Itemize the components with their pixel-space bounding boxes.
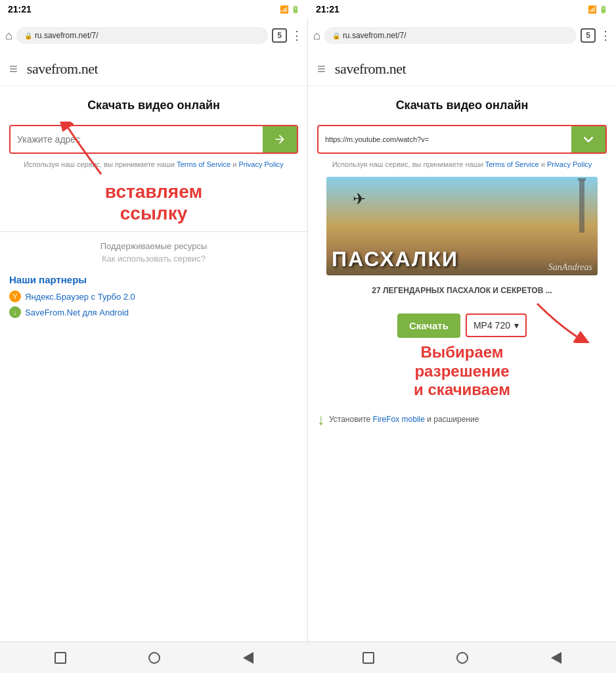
left-terms-of-service-link[interactable]: Terms of Service xyxy=(177,160,231,168)
url-text-left: ru.savefrom.net/7/ xyxy=(35,31,99,40)
install-text: Установите FireFox mobile и расширение xyxy=(329,414,479,425)
home-icon-right[interactable]: ⌂ xyxy=(313,29,320,43)
status-bar-left: 21:21 📶 🔋 xyxy=(0,0,308,18)
right-privacy-policy-link[interactable]: Privacy Policy xyxy=(547,160,592,168)
time-right: 21:21 xyxy=(316,4,340,14)
nav-circle-left[interactable] xyxy=(147,651,162,665)
nav-circle-right[interactable] xyxy=(455,651,470,665)
right-annotation-line3: и скачиваем xyxy=(317,381,607,400)
site-logo-right: savefrom.net xyxy=(335,60,406,78)
hamburger-icon-right[interactable]: ≡ xyxy=(317,62,326,76)
nav-bar-left xyxy=(0,642,308,673)
left-go-button[interactable] xyxy=(263,126,297,152)
nav-back-left[interactable] xyxy=(241,651,255,665)
status-bar-right: 21:21 📶 🔋 xyxy=(308,0,616,18)
left-site-header: ≡ savefrom.net xyxy=(0,53,307,86)
menu-icon-left[interactable]: ⋮ xyxy=(291,28,302,43)
left-partners-section: Наши партнеры Y Яндекс.Браузер с Турбо 2… xyxy=(0,269,307,318)
tab-count-right[interactable]: 5 xyxy=(581,28,596,43)
browser-chrome-right: ⌂ 🔒 ru.savefrom.net/7/ 5 ⋮ xyxy=(308,18,616,53)
left-annotation-area: вставляем ссылку xyxy=(9,181,298,225)
left-red-arrow xyxy=(42,122,160,181)
home-icon-left[interactable]: ⌂ xyxy=(5,29,12,43)
firefox-mobile-link[interactable]: FireFox mobile xyxy=(373,415,425,424)
hamburger-icon-left[interactable]: ≡ xyxy=(9,62,18,76)
right-terms-text: Используя наш сервис, вы принимаете наши… xyxy=(317,159,607,170)
wifi-icon-right: 🔋 xyxy=(599,5,608,14)
left-panel: ≡ savefrom.net Скачать видео онлайн Испо… xyxy=(0,53,308,641)
time-left: 21:21 xyxy=(8,4,32,14)
lock-icon-left: 🔒 xyxy=(24,32,32,39)
nav-back-right[interactable] xyxy=(549,651,563,665)
site-logo-left: savefrom.net xyxy=(27,60,98,78)
partner2-icon: ↓ xyxy=(9,306,21,318)
signal-icon-left: 📶 xyxy=(280,5,289,14)
wifi-icon-left: 🔋 xyxy=(291,5,300,14)
right-panel: ≡ savefrom.net Скачать видео онлайн Испо… xyxy=(308,53,616,641)
nav-square-left[interactable] xyxy=(53,651,68,665)
menu-icon-right[interactable]: ⋮ xyxy=(600,28,611,43)
left-privacy-policy-link[interactable]: Privacy Policy xyxy=(238,160,283,168)
nav-bar-right xyxy=(308,642,616,673)
right-red-arrow xyxy=(517,297,596,343)
right-bottom-content: ↓ Установите FireFox mobile и расширение xyxy=(308,400,616,434)
left-page-content: Скачать видео онлайн Используя наш серви… xyxy=(0,86,307,231)
nav-square-right[interactable] xyxy=(361,651,376,665)
tab-count-left[interactable]: 5 xyxy=(272,28,287,43)
right-terms-of-service-link[interactable]: Terms of Service xyxy=(485,160,539,168)
supported-resources-link[interactable]: Поддерживаемые ресурсы xyxy=(0,241,307,251)
how-to-use-link[interactable]: Как использовать сервис? xyxy=(0,254,307,264)
nav-bar xyxy=(0,641,616,673)
savefrom-logo-icon: ↓ xyxy=(317,410,325,429)
format-label: MP4 720 xyxy=(473,320,510,331)
partner1-icon: Y xyxy=(9,290,21,302)
partners-title: Наши партнеры xyxy=(9,274,298,285)
right-annotation-container: Выбираем разрешение и скачиваем xyxy=(308,343,616,400)
plane-icon: ✈ xyxy=(353,190,366,208)
right-go-button[interactable] xyxy=(571,126,605,152)
address-bar-left[interactable]: 🔒 ru.savefrom.net/7/ xyxy=(16,27,268,44)
video-title-overlay: ПАСХАЛКИ xyxy=(332,247,592,271)
left-page-title: Скачать видео онлайн xyxy=(9,98,298,113)
partner2-link[interactable]: ↓ SaveFrom.Net для Android xyxy=(9,306,298,318)
left-annotation-line2: ссылку xyxy=(9,202,298,225)
right-annotation-line2: разрешение xyxy=(317,362,607,381)
right-url-input-wrapper[interactable] xyxy=(317,125,607,154)
right-url-input[interactable] xyxy=(319,126,571,152)
status-icons-left: 📶 🔋 xyxy=(280,5,300,14)
video-thumbnail[interactable]: ✈ ПАСХАЛКИ SanAndreas xyxy=(326,177,598,275)
lock-icon-right: 🔒 xyxy=(332,32,340,39)
right-annotation-line1: Выбираем xyxy=(317,343,607,362)
url-text-right: ru.savefrom.net/7/ xyxy=(343,31,407,40)
right-page-title: Скачать видео онлайн xyxy=(317,98,607,113)
download-button[interactable]: Скачать xyxy=(397,313,460,338)
address-bar-right[interactable]: 🔒 ru.savefrom.net/7/ xyxy=(324,27,577,44)
signal-icon-right: 📶 xyxy=(588,5,597,14)
browser-chrome-left: ⌂ 🔒 ru.savefrom.net/7/ 5 ⋮ xyxy=(0,18,308,53)
partner1-link[interactable]: Y Яндекс.Браузер с Турбо 2.0 xyxy=(9,290,298,302)
right-site-header: ≡ savefrom.net xyxy=(308,53,616,86)
right-page-content: Скачать видео онлайн Используя наш серви… xyxy=(308,86,616,306)
left-annotation-line1: вставляем xyxy=(9,181,298,203)
status-icons-right: 📶 🔋 xyxy=(588,5,608,14)
left-sub-links: Поддерживаемые ресурсы Как использовать … xyxy=(0,232,307,269)
